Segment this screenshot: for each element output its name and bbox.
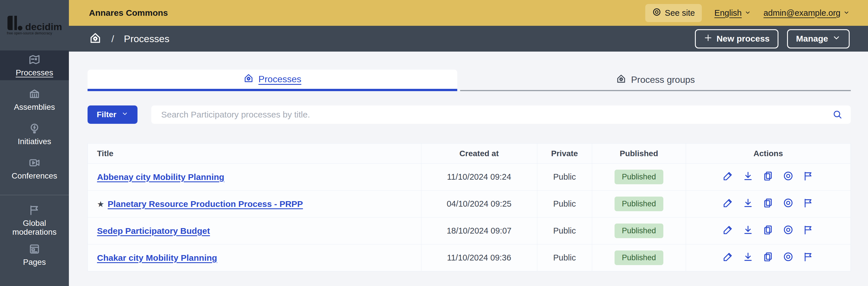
tabs: Processes Process groups xyxy=(88,70,851,91)
sidebar-item-assemblies[interactable]: Assemblies xyxy=(0,85,69,115)
tab-process-groups[interactable]: Process groups xyxy=(460,70,851,91)
search-icon[interactable] xyxy=(832,109,843,120)
moderations-button[interactable] xyxy=(802,171,814,183)
sidebar-item-label: Assemblies xyxy=(12,103,57,112)
preview-button[interactable] xyxy=(782,198,794,210)
process-title-link[interactable]: Abbenay city Mobility Planning xyxy=(97,172,224,182)
row-actions xyxy=(686,198,850,210)
download-icon xyxy=(743,198,753,210)
preview-button[interactable] xyxy=(782,171,794,183)
sidebar-item-pages[interactable]: Pages xyxy=(0,240,69,270)
table-header-row: Title Created at Private Published Actio… xyxy=(88,144,851,164)
cell-title: Chakar city Mobility Planning xyxy=(88,245,422,272)
search-input[interactable] xyxy=(151,105,851,124)
duplicate-button[interactable] xyxy=(762,198,774,210)
moderations-button[interactable] xyxy=(802,225,814,237)
decidim-logo[interactable]: decidim free open-source democracy xyxy=(7,15,62,35)
moderations-button[interactable] xyxy=(802,252,814,264)
download-icon xyxy=(743,224,753,237)
topbar-right: See site English admin@example.org xyxy=(645,4,849,22)
sidebar-item-label: Conferences xyxy=(10,172,59,181)
sidebar-item-label: Global moderations xyxy=(0,219,69,237)
moderations-button[interactable] xyxy=(802,198,814,210)
duplicate-button[interactable] xyxy=(762,225,774,237)
cell-published: Published xyxy=(592,217,686,245)
cell-private: Public xyxy=(537,245,592,272)
new-process-button[interactable]: New process xyxy=(695,29,778,48)
cell-published: Published xyxy=(592,164,686,190)
decidim-logo-icon xyxy=(7,15,24,31)
video-icon xyxy=(28,157,40,169)
cell-published: Published xyxy=(592,245,686,272)
lightbulb-icon xyxy=(28,122,40,134)
subheader: / Processes New process Manage xyxy=(69,26,868,51)
cell-private: Public xyxy=(537,217,592,245)
see-site-button[interactable]: See site xyxy=(645,4,702,22)
flag-small-icon xyxy=(803,224,814,237)
sidebar-item-initiatives[interactable]: Initiatives xyxy=(0,119,69,149)
pencil-icon xyxy=(722,224,733,237)
content-column: Annares Commons See site English admin@e… xyxy=(69,0,868,286)
copy-icon xyxy=(763,171,774,183)
duplicate-button[interactable] xyxy=(762,171,774,183)
table-row: Sedep Participatory Budget18/10/2024 09:… xyxy=(88,217,851,245)
published-badge: Published xyxy=(615,170,663,184)
filter-button[interactable]: Filter xyxy=(88,105,137,124)
language-dropdown[interactable]: English xyxy=(714,8,751,18)
edit-button[interactable] xyxy=(722,171,734,183)
sidebar-item-global-moderations[interactable]: Global moderations xyxy=(0,206,69,235)
cell-created-at: 04/10/2024 09:25 xyxy=(421,190,537,217)
logo-tagline: free open-source democracy xyxy=(7,31,52,35)
tab-processes[interactable]: Processes xyxy=(88,70,457,91)
chevron-down-icon xyxy=(843,8,849,18)
chevron-down-icon xyxy=(121,110,128,119)
export-button[interactable] xyxy=(742,171,754,183)
export-button[interactable] xyxy=(742,225,754,237)
cell-title: Abbenay city Mobility Planning xyxy=(88,164,422,190)
manage-button[interactable]: Manage xyxy=(787,29,849,48)
logo-area: decidim free open-source democracy xyxy=(0,0,69,50)
copy-icon xyxy=(763,224,774,237)
sidebar-item-processes[interactable]: Processes xyxy=(0,50,69,80)
account-dropdown[interactable]: admin@example.org xyxy=(764,8,849,18)
published-badge: Published xyxy=(615,250,663,265)
column-header-actions: Actions xyxy=(686,144,850,164)
flag-small-icon xyxy=(803,198,814,210)
organization-title: Annares Commons xyxy=(89,8,168,18)
process-title-link[interactable]: Sedep Participatory Budget xyxy=(97,226,210,236)
sidebar-item-label: Initiatives xyxy=(16,137,53,146)
processes-table: Title Created at Private Published Actio… xyxy=(88,143,851,272)
preview-button[interactable] xyxy=(782,252,794,264)
export-button[interactable] xyxy=(742,252,754,264)
flag-icon xyxy=(28,204,40,216)
topbar: Annares Commons See site English admin@e… xyxy=(69,0,868,26)
breadcrumb-separator: / xyxy=(112,33,114,44)
logo-word: decidim xyxy=(25,23,62,31)
pencil-icon xyxy=(722,251,733,264)
edit-button[interactable] xyxy=(722,252,734,264)
export-button[interactable] xyxy=(742,198,754,210)
sidebar-item-label: Processes xyxy=(14,69,55,77)
tab-label: Processes xyxy=(258,74,301,84)
preview-button[interactable] xyxy=(782,225,794,237)
eye-icon xyxy=(652,7,661,19)
table-row: Chakar city Mobility Planning11/10/2024 … xyxy=(88,245,851,272)
duplicate-button[interactable] xyxy=(762,252,774,264)
eye-icon xyxy=(783,171,794,183)
home-gear-icon[interactable] xyxy=(89,32,102,45)
edit-button[interactable] xyxy=(722,225,734,237)
cell-title: Sedep Participatory Budget xyxy=(88,217,422,245)
column-header-private: Private xyxy=(537,144,592,164)
sidebar-item-conferences[interactable]: Conferences xyxy=(0,154,69,183)
sidebar: decidim free open-source democracy Proce… xyxy=(0,0,69,286)
sidebar-item-label: Pages xyxy=(21,258,48,267)
copy-icon xyxy=(763,251,774,264)
language-label: English xyxy=(714,8,742,18)
flag-small-icon xyxy=(803,171,814,183)
process-title-link[interactable]: Chakar city Mobility Planning xyxy=(97,253,217,262)
table-row: ★Planetary Resource Production Process -… xyxy=(88,190,851,217)
process-title-link[interactable]: Planetary Resource Production Process - … xyxy=(107,199,303,209)
edit-button[interactable] xyxy=(722,198,734,210)
new-process-label: New process xyxy=(716,34,770,43)
column-header-published: Published xyxy=(592,144,686,164)
